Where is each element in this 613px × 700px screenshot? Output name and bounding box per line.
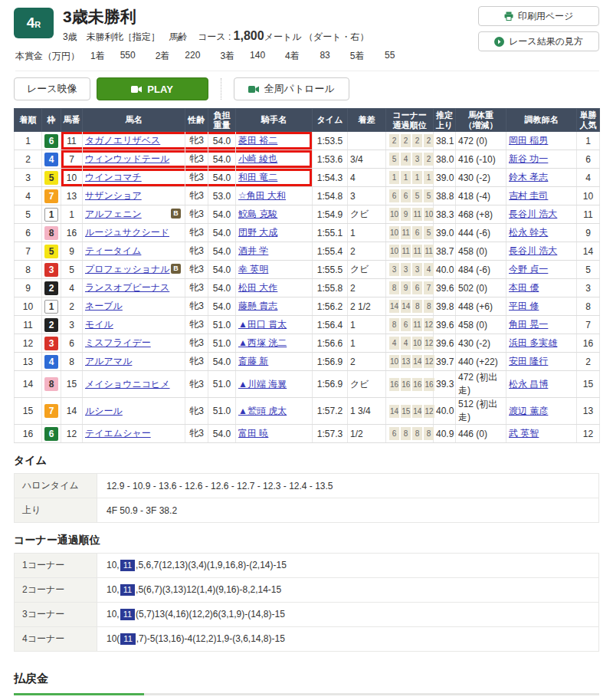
- table-row: 6 8 16 ルージュサクシード 牝3 54.0 団野 大成 1:55.1 1 …: [15, 224, 600, 242]
- column-header: 着差: [348, 109, 386, 132]
- column-header: 騎手名: [236, 109, 313, 132]
- print-page-button[interactable]: 印刷用ページ: [478, 6, 599, 26]
- horse-name-link[interactable]: プロフェッショナル: [85, 264, 170, 274]
- corner-positions: 8967: [386, 279, 434, 297]
- trainer-link[interactable]: 長谷川 浩大: [509, 209, 557, 219]
- jockey-link[interactable]: 団野 大成: [238, 227, 277, 238]
- corner-position-1: 3: [389, 263, 399, 276]
- jockey-link[interactable]: 幸 英明: [238, 264, 268, 274]
- corner-position-4: 8: [424, 427, 434, 440]
- horse-name-link[interactable]: ネーブル: [85, 301, 123, 311]
- horse-name-cell: ネーブル: [83, 297, 185, 316]
- sex-age: 牝3: [185, 224, 208, 242]
- trainer-link[interactable]: 松永 昌博: [509, 379, 548, 389]
- frame-badge: 2: [44, 318, 58, 332]
- jockey-link[interactable]: ▲川端 海翼: [238, 379, 287, 389]
- jockey-link[interactable]: ☆角田 大和: [238, 190, 286, 201]
- winner-number-highlight: 11: [120, 609, 135, 620]
- corner-position-3: 8: [412, 300, 422, 313]
- margin: 3/4: [348, 150, 386, 169]
- trainer-link[interactable]: 新谷 功一: [509, 153, 548, 164]
- course-distance: 1,800: [234, 29, 264, 42]
- trainer-cell: 浜田 多実雄: [506, 334, 577, 353]
- trainer-link[interactable]: 本田 優: [509, 282, 539, 293]
- corner-position-4: 12: [424, 405, 434, 418]
- trainer-link[interactable]: 今野 貞一: [509, 264, 548, 274]
- win-popularity: 12: [577, 425, 600, 443]
- frame-badge: 3: [44, 263, 58, 277]
- payout-section: 払戻金 単勝 11 310円 1番人気 枠連 4-6 640円 1番人気 馬連 …: [14, 672, 599, 700]
- horse-name-link[interactable]: メイショウニコヒメ: [85, 379, 170, 389]
- finish-position: 12: [15, 334, 42, 353]
- trainer-link[interactable]: 渡辺 薫彦: [509, 406, 548, 416]
- trainer-cell: 角田 晃一: [506, 316, 577, 334]
- trainer-link[interactable]: 長谷川 浩大: [509, 245, 557, 256]
- frame-badge: 8: [44, 226, 58, 240]
- patrol-video-button[interactable]: 全周パトロール: [234, 77, 349, 100]
- jockey-cell: 団野 大成: [236, 224, 313, 242]
- horse-body-weight: 472 (0): [456, 132, 506, 150]
- jockey-link[interactable]: 斎藤 新: [238, 356, 268, 366]
- jockey-link[interactable]: 酒井 学: [238, 245, 268, 256]
- horse-name-link[interactable]: ルージュサクシード: [85, 227, 169, 238]
- results-body: 1 6 11 タガノエリザベス 牝3 54.0 菱田 裕二 1:53.5 222…: [15, 132, 600, 443]
- finish-time: 1:53.5: [313, 132, 348, 150]
- jockey-link[interactable]: 和田 竜二: [238, 172, 277, 182]
- trainer-cell: 長谷川 浩大: [506, 205, 577, 224]
- jockey-cell: ▲田口 貫太: [236, 316, 313, 334]
- trainer-link[interactable]: 平田 修: [509, 301, 539, 311]
- horse-name-link[interactable]: ティータイム: [85, 245, 141, 256]
- horse-name-link[interactable]: サザンショア: [85, 190, 142, 201]
- carried-weight: 54.0: [208, 169, 236, 187]
- sex-age: 牝3: [185, 150, 208, 169]
- jockey-link[interactable]: ▲鷲頭 虎太: [238, 406, 287, 416]
- margin: 2 1/2: [348, 297, 386, 316]
- jockey-link[interactable]: 菱田 裕二: [238, 135, 277, 146]
- horse-name-link[interactable]: ウインコマチ: [85, 172, 142, 182]
- jockey-link[interactable]: 富田 暁: [238, 428, 268, 439]
- trainer-link[interactable]: 岡田 稲男: [509, 135, 548, 146]
- horse-name-link[interactable]: ウィンウッドテール: [85, 153, 169, 164]
- race-video-button[interactable]: レース映像: [14, 77, 90, 100]
- trainer-link[interactable]: 武 英智: [509, 428, 539, 439]
- horse-number: 15: [61, 371, 83, 398]
- jockey-link[interactable]: 松田 大作: [238, 282, 277, 293]
- finish-position: 11: [15, 316, 42, 334]
- horse-name-link[interactable]: テイエムシャー: [85, 428, 151, 439]
- win-popularity: 4: [577, 169, 600, 187]
- corner-position-2: 4: [401, 153, 411, 166]
- trainer-link[interactable]: 浜田 多実雄: [509, 337, 557, 348]
- horse-name-link[interactable]: ルシール: [85, 406, 123, 416]
- jockey-link[interactable]: 小崎 綾也: [238, 153, 277, 164]
- horse-name-link[interactable]: タガノエリザベス: [85, 135, 160, 146]
- corner-position-2: 9: [401, 281, 411, 294]
- corner-position-1: 16: [389, 378, 399, 391]
- jockey-link[interactable]: 鮫島 克駿: [238, 209, 277, 219]
- trainer-link[interactable]: 松永 幹夫: [509, 227, 548, 238]
- horse-name-link[interactable]: アルフェニン: [85, 209, 142, 219]
- trainer-link[interactable]: 鈴木 孝志: [509, 172, 548, 182]
- trainer-cell: 安田 隆行: [506, 353, 577, 371]
- trainer-link[interactable]: 吉村 圭司: [509, 190, 548, 201]
- trainer-link[interactable]: 安田 隆行: [509, 356, 548, 366]
- column-header: 性齢: [185, 109, 208, 132]
- horse-name-link[interactable]: ランスオブピーナス: [85, 282, 169, 293]
- horse-name-link[interactable]: モイル: [85, 319, 113, 330]
- jockey-link[interactable]: 藤懸 貴志: [238, 301, 277, 311]
- course-label: コース :: [198, 31, 231, 42]
- corner-2-label: 2コーナー: [15, 578, 97, 603]
- result-guide-button[interactable]: レース結果の見方: [478, 31, 599, 51]
- horse-body-weight: 458 (0): [456, 316, 506, 334]
- column-header: タイム: [313, 109, 348, 132]
- trainer-link[interactable]: 角田 晃一: [509, 319, 548, 330]
- play-button[interactable]: PLAY: [97, 77, 208, 100]
- frame-cell: 5: [42, 169, 61, 187]
- jockey-link[interactable]: ▲西塚 洸二: [238, 337, 287, 348]
- race-number-badge: 4R: [14, 8, 54, 38]
- race-condition-text: 3歳 未勝利牝［指定］ 馬齢: [63, 31, 188, 42]
- margin: クビ: [348, 261, 386, 279]
- prize-amount: 55: [372, 50, 395, 63]
- jockey-link[interactable]: ▲田口 貫太: [238, 319, 287, 330]
- horse-name-link[interactable]: アルアマル: [85, 356, 132, 366]
- horse-name-link[interactable]: ミスフライデー: [85, 337, 151, 348]
